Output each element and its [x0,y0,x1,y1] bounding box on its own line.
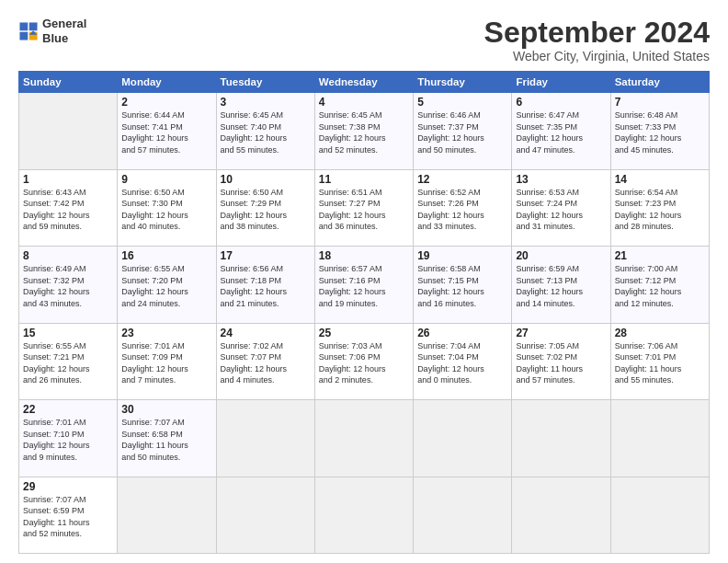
logo-icon [18,21,39,41]
calendar-cell: 28Sunrise: 7:06 AM Sunset: 7:01 PM Dayli… [610,323,709,399]
weekday-header: Tuesday [216,72,314,93]
calendar-week-row: 22Sunrise: 7:01 AM Sunset: 7:10 PM Dayli… [19,400,710,477]
calendar-cell: 25Sunrise: 7:03 AM Sunset: 7:06 PM Dayli… [314,323,413,399]
day-number: 25 [319,327,409,339]
calendar-cell: 26Sunrise: 7:04 AM Sunset: 7:04 PM Dayli… [414,323,512,399]
calendar-cell: 5Sunrise: 6:46 AM Sunset: 7:37 PM Daylig… [414,93,512,169]
day-number: 29 [23,480,113,493]
day-number: 16 [121,249,211,262]
day-number: 3 [221,96,311,109]
calendar-cell: 29Sunrise: 7:07 AM Sunset: 6:59 PM Dayli… [19,477,118,553]
day-info: Sunrise: 6:49 AM Sunset: 7:32 PM Dayligh… [23,263,113,309]
day-number: 30 [121,403,211,416]
day-info: Sunrise: 6:46 AM Sunset: 7:37 PM Dayligh… [417,109,507,155]
weekday-header: Friday [512,72,610,93]
weekday-header: Saturday [610,72,709,93]
calendar-cell: 7Sunrise: 6:48 AM Sunset: 7:33 PM Daylig… [610,93,709,169]
calendar-cell: 19Sunrise: 6:58 AM Sunset: 7:15 PM Dayli… [414,247,512,323]
page-header: General Blue September 2024 Weber City, … [18,17,710,63]
day-info: Sunrise: 6:47 AM Sunset: 7:35 PM Dayligh… [516,109,606,155]
day-number: 24 [221,327,311,339]
calendar-cell: 15Sunrise: 6:55 AM Sunset: 7:21 PM Dayli… [19,323,118,399]
calendar-cell: 21Sunrise: 7:00 AM Sunset: 7:12 PM Dayli… [610,247,709,323]
logo: General Blue [18,17,86,45]
calendar-cell [414,477,512,553]
calendar-table: SundayMondayTuesdayWednesdayThursdayFrid… [18,71,710,554]
svg-rect-2 [19,31,28,40]
calendar-cell: 18Sunrise: 6:57 AM Sunset: 7:16 PM Dayli… [314,247,413,323]
day-info: Sunrise: 6:55 AM Sunset: 7:20 PM Dayligh… [121,263,211,309]
day-info: Sunrise: 7:05 AM Sunset: 7:02 PM Dayligh… [516,340,606,386]
calendar-cell: 27Sunrise: 7:05 AM Sunset: 7:02 PM Dayli… [512,323,610,399]
day-number: 28 [615,327,705,339]
calendar-cell: 8Sunrise: 6:49 AM Sunset: 7:32 PM Daylig… [19,247,118,323]
day-number: 7 [615,96,705,109]
day-info: Sunrise: 6:55 AM Sunset: 7:21 PM Dayligh… [23,340,113,386]
calendar-week-row: 8Sunrise: 6:49 AM Sunset: 7:32 PM Daylig… [19,247,710,323]
day-info: Sunrise: 6:54 AM Sunset: 7:23 PM Dayligh… [615,187,705,233]
calendar-cell: 20Sunrise: 6:59 AM Sunset: 7:13 PM Dayli… [512,247,610,323]
svg-rect-1 [29,22,38,30]
day-number: 17 [221,249,311,262]
calendar-cell [512,477,610,553]
day-info: Sunrise: 7:03 AM Sunset: 7:06 PM Dayligh… [319,340,409,386]
day-info: Sunrise: 6:59 AM Sunset: 7:13 PM Dayligh… [516,263,606,309]
day-info: Sunrise: 6:45 AM Sunset: 7:40 PM Dayligh… [221,109,311,155]
day-number: 1 [23,173,113,186]
calendar-cell [314,477,413,553]
weekday-header: Monday [118,72,216,93]
day-number: 14 [615,173,705,186]
calendar-cell: 4Sunrise: 6:45 AM Sunset: 7:38 PM Daylig… [314,93,413,169]
day-info: Sunrise: 7:07 AM Sunset: 6:59 PM Dayligh… [23,494,113,540]
svg-rect-0 [19,22,28,30]
day-number: 8 [23,249,113,262]
calendar-cell: 14Sunrise: 6:54 AM Sunset: 7:23 PM Dayli… [610,169,709,246]
title-block: September 2024 Weber City, Virginia, Uni… [484,17,710,63]
day-number: 21 [615,249,705,262]
calendar-week-row: 2Sunrise: 6:44 AM Sunset: 7:41 PM Daylig… [19,93,710,169]
day-number: 20 [516,249,606,262]
day-info: Sunrise: 6:51 AM Sunset: 7:27 PM Dayligh… [319,187,409,233]
day-info: Sunrise: 6:43 AM Sunset: 7:42 PM Dayligh… [23,187,113,233]
calendar-cell [610,400,709,477]
weekday-header: Sunday [19,72,118,93]
day-info: Sunrise: 7:01 AM Sunset: 7:10 PM Dayligh… [23,417,113,463]
calendar-cell: 9Sunrise: 6:50 AM Sunset: 7:30 PM Daylig… [118,169,216,246]
day-number: 15 [23,327,113,339]
day-number: 19 [417,249,507,262]
calendar-week-row: 15Sunrise: 6:55 AM Sunset: 7:21 PM Dayli… [19,323,710,399]
day-info: Sunrise: 6:57 AM Sunset: 7:16 PM Dayligh… [319,263,409,309]
day-number: 2 [121,96,211,109]
calendar-cell: 13Sunrise: 6:53 AM Sunset: 7:24 PM Dayli… [512,169,610,246]
day-info: Sunrise: 7:01 AM Sunset: 7:09 PM Dayligh… [121,340,211,386]
day-number: 11 [319,173,409,186]
calendar-cell: 3Sunrise: 6:45 AM Sunset: 7:40 PM Daylig… [216,93,314,169]
calendar-week-row: 29Sunrise: 7:07 AM Sunset: 6:59 PM Dayli… [19,477,710,553]
calendar-cell: 17Sunrise: 6:56 AM Sunset: 7:18 PM Dayli… [216,247,314,323]
day-info: Sunrise: 6:52 AM Sunset: 7:26 PM Dayligh… [417,187,507,233]
day-info: Sunrise: 6:50 AM Sunset: 7:30 PM Dayligh… [121,187,211,233]
day-number: 13 [516,173,606,186]
calendar-cell: 23Sunrise: 7:01 AM Sunset: 7:09 PM Dayli… [118,323,216,399]
calendar-cell: 12Sunrise: 6:52 AM Sunset: 7:26 PM Dayli… [414,169,512,246]
calendar-cell: 1Sunrise: 6:43 AM Sunset: 7:42 PM Daylig… [19,169,118,246]
calendar-cell: 24Sunrise: 7:02 AM Sunset: 7:07 PM Dayli… [216,323,314,399]
day-number: 22 [23,403,113,416]
day-number: 23 [121,327,211,339]
location-title: Weber City, Virginia, United States [484,49,710,63]
day-number: 12 [417,173,507,186]
day-info: Sunrise: 6:48 AM Sunset: 7:33 PM Dayligh… [615,109,705,155]
day-info: Sunrise: 6:45 AM Sunset: 7:38 PM Dayligh… [319,109,409,155]
day-info: Sunrise: 7:00 AM Sunset: 7:12 PM Dayligh… [615,263,705,309]
calendar-cell [512,400,610,477]
day-info: Sunrise: 6:53 AM Sunset: 7:24 PM Dayligh… [516,187,606,233]
day-info: Sunrise: 6:50 AM Sunset: 7:29 PM Dayligh… [221,187,311,233]
day-info: Sunrise: 7:06 AM Sunset: 7:01 PM Dayligh… [615,340,705,386]
day-number: 27 [516,327,606,339]
day-info: Sunrise: 7:07 AM Sunset: 6:58 PM Dayligh… [121,417,211,463]
calendar-cell: 22Sunrise: 7:01 AM Sunset: 7:10 PM Dayli… [19,400,118,477]
day-info: Sunrise: 6:58 AM Sunset: 7:15 PM Dayligh… [417,263,507,309]
weekday-header: Wednesday [314,72,413,93]
logo-text: General Blue [42,17,86,45]
day-info: Sunrise: 7:04 AM Sunset: 7:04 PM Dayligh… [417,340,507,386]
